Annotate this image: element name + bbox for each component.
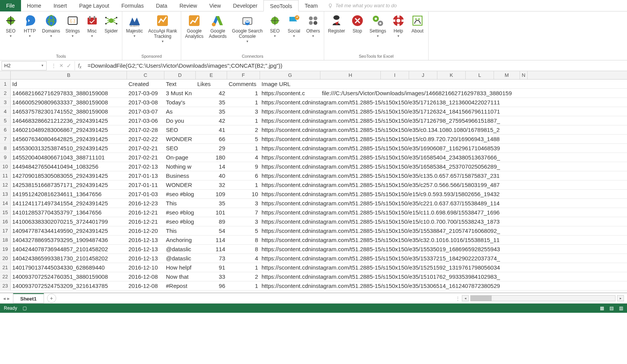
cell-E12[interactable]: 32 <box>196 180 227 189</box>
cell-C14[interactable]: 2016-12-23 <box>127 199 164 208</box>
cell-F15[interactable]: 7 <box>227 208 260 217</box>
cell-B5[interactable]: 1464683286621212236_2924391425 <box>11 116 127 125</box>
cell-D1[interactable]: Text <box>164 80 196 88</box>
cell-N12[interactable] <box>520 180 528 189</box>
cell-G3[interactable]: https://scontent.cdninstagram.com/t51.28… <box>260 98 320 107</box>
cell-E9[interactable]: 180 <box>196 153 227 162</box>
cell-E2[interactable]: 42 <box>196 89 227 98</box>
row-header-3[interactable]: 3 <box>0 98 11 107</box>
cell-B19[interactable]: 1404244078736944857_2101458202 <box>11 245 127 253</box>
row-header-9[interactable]: 9 <box>0 153 11 162</box>
cell-C1[interactable]: Created <box>127 80 164 88</box>
cell-F12[interactable]: 1 <box>227 180 260 189</box>
cell-N21[interactable] <box>520 263 528 272</box>
menu-tab-review[interactable]: Review <box>174 0 203 11</box>
cell-N19[interactable] <box>520 245 528 253</box>
ribbon-accuapi-button[interactable]: AccuApi RankTracking▼ <box>146 13 179 53</box>
cell-C15[interactable]: 2016-12-21 <box>127 208 164 217</box>
scroll-left-button[interactable]: ◂ <box>462 295 469 301</box>
cell-F4[interactable]: 3 <box>227 107 260 116</box>
menu-tab-view[interactable]: View <box>203 0 227 11</box>
cell-G12[interactable]: https://scontent.cdninstagram.com/t51.28… <box>260 180 320 189</box>
sheet-tab-sheet1[interactable]: Sheet1 <box>13 293 44 303</box>
cell-C8[interactable]: 2017-02-21 <box>127 144 164 153</box>
cell-K1[interactable] <box>437 80 466 88</box>
cell-F3[interactable]: 1 <box>227 98 260 107</box>
cell-E11[interactable]: 40 <box>196 171 227 180</box>
cell-B17[interactable]: 1409477874344149590_2924391425 <box>11 226 127 235</box>
ribbon-spider-button[interactable]: Spider <box>102 13 120 53</box>
cell-D5[interactable]: Do you <box>164 116 196 125</box>
cell-C16[interactable]: 2016-12-21 <box>127 217 164 226</box>
formula-menu-icon[interactable]: ⋮ <box>51 63 56 68</box>
cell-E6[interactable]: 41 <box>196 125 227 134</box>
cell-N15[interactable] <box>520 208 528 217</box>
column-header-K[interactable]: K <box>437 71 466 79</box>
column-header-D[interactable]: D <box>164 71 196 79</box>
ribbon-help-button[interactable]: Help▼ <box>389 13 408 53</box>
row-header-14[interactable]: 14 <box>0 199 11 208</box>
cell-C18[interactable]: 2016-12-13 <box>127 236 164 244</box>
ribbon-http-button[interactable]: HTTP▼ <box>21 13 39 53</box>
cell-N3[interactable] <box>520 98 528 107</box>
cell-C3[interactable]: 2017-03-08 <box>127 98 164 107</box>
cell-C12[interactable]: 2017-01-11 <box>127 180 164 189</box>
new-sheet-button[interactable]: + <box>47 294 56 303</box>
cell-D19[interactable]: @dataslic <box>164 245 196 253</box>
cell-N18[interactable] <box>520 236 528 244</box>
row-header-5[interactable]: 5 <box>0 116 11 125</box>
cell-B23[interactable]: 1400937072524753209_3216143785 <box>11 281 127 290</box>
cell-D4[interactable]: As <box>164 107 196 116</box>
ribbon-gsc-button[interactable]: Google SearchConsole▼ <box>230 13 265 53</box>
cell-D10[interactable]: Nothing w <box>164 162 196 171</box>
column-header-B[interactable]: B <box>11 71 127 79</box>
scroll-right-button[interactable]: ▸ <box>617 295 624 301</box>
scroll-split-icon[interactable]: ⋮ <box>455 296 460 301</box>
cell-E18[interactable]: 114 <box>196 236 227 244</box>
cell-D22[interactable]: Now that <box>164 272 196 281</box>
cell-B13[interactable]: 1419512420816234611_13647656 <box>11 190 127 198</box>
cell-F23[interactable]: 1 <box>227 281 260 290</box>
cell-G4[interactable]: https://scontent.cdninstagram.com/t51.28… <box>260 107 320 116</box>
cell-D3[interactable]: Today's <box>164 98 196 107</box>
cell-G11[interactable]: https://scontent.cdninstagram.com/t51.28… <box>260 171 320 180</box>
cell-N7[interactable] <box>520 135 528 143</box>
cell-E1[interactable]: Likes <box>196 80 227 88</box>
cell-G8[interactable]: https://scontent.cdninstagram.com/t51.28… <box>260 144 320 153</box>
cell-G20[interactable]: https://scontent.cdninstagram.com/t51.28… <box>260 254 320 263</box>
cell-C22[interactable]: 2016-12-08 <box>127 272 164 281</box>
spreadsheet-grid[interactable]: BCDEFGHIJKLMN 1IdCreatedTextLikesComment… <box>0 71 627 293</box>
cell-G1[interactable]: Image URL <box>260 80 320 88</box>
column-header-F[interactable]: F <box>227 71 260 79</box>
cell-B11[interactable]: 1427090185305083055_2924391425 <box>11 171 127 180</box>
cell-E13[interactable]: 109 <box>196 190 227 198</box>
cell-F9[interactable]: 4 <box>227 153 260 162</box>
row-header-15[interactable]: 15 <box>0 208 11 217</box>
cell-F1[interactable]: Comments <box>227 80 260 88</box>
cell-F8[interactable]: 1 <box>227 144 260 153</box>
row-header-22[interactable]: 22 <box>0 272 11 281</box>
cell-N11[interactable] <box>520 171 528 180</box>
cell-E7[interactable]: 66 <box>196 135 227 143</box>
cell-E15[interactable]: 101 <box>196 208 227 217</box>
cell-G2[interactable]: https://scontent.c <box>260 89 320 98</box>
cell-N9[interactable] <box>520 153 528 162</box>
cell-C19[interactable]: 2016-12-13 <box>127 245 164 253</box>
cell-D11[interactable]: Business <box>164 171 196 180</box>
cell-E21[interactable]: 91 <box>196 263 227 272</box>
cell-N4[interactable] <box>520 107 528 116</box>
cell-G14[interactable]: https://scontent.cdninstagram.com/t51.28… <box>260 199 320 208</box>
row-header-1[interactable]: 1 <box>0 80 11 88</box>
row-header-6[interactable]: 6 <box>0 125 11 134</box>
cell-B20[interactable]: 1404243865993381730_2101458202 <box>11 254 127 263</box>
cell-F6[interactable]: 2 <box>227 125 260 134</box>
cell-F19[interactable]: 8 <box>227 245 260 253</box>
row-header-23[interactable]: 23 <box>0 281 11 290</box>
cell-D21[interactable]: How helpf <box>164 263 196 272</box>
menu-tab-team[interactable]: Team <box>299 0 324 11</box>
name-box[interactable]: H2 ▼ <box>2 61 47 70</box>
ribbon-register-button[interactable]: Register <box>326 13 348 53</box>
cell-G15[interactable]: https://scontent.cdninstagram.com/t51.28… <box>260 208 320 217</box>
cell-F10[interactable]: 9 <box>227 162 260 171</box>
cell-N5[interactable] <box>520 116 528 125</box>
